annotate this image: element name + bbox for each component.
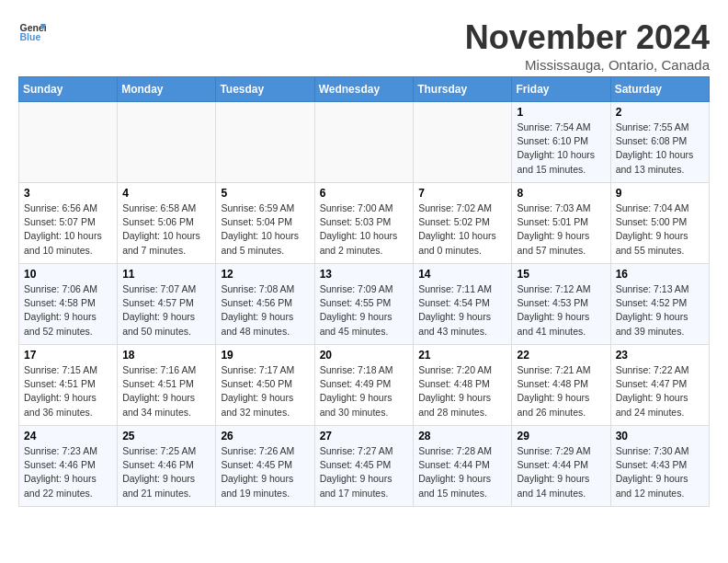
day-number: 2 — [616, 106, 704, 119]
day-number: 12 — [221, 268, 309, 281]
calendar-cell: 29Sunrise: 7:29 AM Sunset: 4:44 PM Dayli… — [512, 426, 610, 507]
day-info: Sunrise: 7:06 AM Sunset: 4:58 PM Dayligh… — [24, 282, 112, 339]
calendar-cell: 28Sunrise: 7:28 AM Sunset: 4:44 PM Dayli… — [414, 426, 512, 507]
day-info: Sunrise: 7:25 AM Sunset: 4:46 PM Dayligh… — [122, 444, 210, 500]
day-number: 1 — [517, 106, 605, 119]
day-info: Sunrise: 6:58 AM Sunset: 5:06 PM Dayligh… — [122, 201, 210, 258]
day-info: Sunrise: 7:17 AM Sunset: 4:50 PM Dayligh… — [221, 363, 309, 419]
day-of-week-header: Wednesday — [314, 77, 414, 102]
day-number: 16 — [616, 268, 704, 281]
day-info: Sunrise: 7:26 AM Sunset: 4:45 PM Dayligh… — [221, 444, 309, 500]
day-of-week-header: Sunday — [19, 77, 118, 102]
day-info: Sunrise: 7:00 AM Sunset: 5:03 PM Dayligh… — [320, 201, 409, 258]
calendar-cell: 9Sunrise: 7:04 AM Sunset: 5:00 PM Daylig… — [610, 183, 709, 264]
svg-text:Blue: Blue — [20, 31, 41, 42]
day-info: Sunrise: 7:55 AM Sunset: 6:08 PM Dayligh… — [616, 121, 704, 177]
day-number: 17 — [24, 349, 112, 362]
page-header: General Blue November 2024 Mississauga, … — [18, 18, 710, 73]
day-info: Sunrise: 7:12 AM Sunset: 4:53 PM Dayligh… — [517, 282, 605, 339]
day-number: 22 — [517, 349, 605, 362]
calendar-cell: 2Sunrise: 7:55 AM Sunset: 6:08 PM Daylig… — [610, 102, 709, 183]
day-number: 30 — [616, 430, 704, 442]
day-of-week-header: Friday — [512, 77, 610, 102]
day-info: Sunrise: 7:21 AM Sunset: 4:48 PM Dayligh… — [517, 363, 605, 419]
calendar-week-row: 1Sunrise: 7:54 AM Sunset: 6:10 PM Daylig… — [19, 102, 710, 183]
day-info: Sunrise: 7:07 AM Sunset: 4:57 PM Dayligh… — [122, 282, 210, 339]
calendar-cell: 27Sunrise: 7:27 AM Sunset: 4:45 PM Dayli… — [314, 426, 414, 507]
calendar-cell — [19, 102, 118, 183]
day-info: Sunrise: 7:15 AM Sunset: 4:51 PM Dayligh… — [24, 363, 112, 419]
day-number: 5 — [221, 187, 309, 200]
day-info: Sunrise: 7:13 AM Sunset: 4:52 PM Dayligh… — [616, 282, 704, 339]
day-number: 6 — [320, 187, 409, 200]
calendar-cell — [118, 102, 216, 183]
calendar-cell — [314, 102, 414, 183]
calendar-cell — [414, 102, 512, 183]
day-number: 28 — [418, 430, 506, 442]
calendar-cell: 21Sunrise: 7:20 AM Sunset: 4:48 PM Dayli… — [414, 345, 512, 426]
calendar-cell: 30Sunrise: 7:30 AM Sunset: 4:43 PM Dayli… — [610, 426, 709, 507]
day-info: Sunrise: 7:54 AM Sunset: 6:10 PM Dayligh… — [517, 121, 605, 177]
calendar-week-row: 10Sunrise: 7:06 AM Sunset: 4:58 PM Dayli… — [19, 264, 710, 345]
day-number: 13 — [320, 268, 409, 281]
day-number: 3 — [24, 187, 112, 200]
calendar-cell: 25Sunrise: 7:25 AM Sunset: 4:46 PM Dayli… — [118, 426, 216, 507]
day-number: 20 — [320, 349, 409, 362]
calendar-cell: 13Sunrise: 7:09 AM Sunset: 4:55 PM Dayli… — [314, 264, 414, 345]
logo-icon: General Blue — [18, 18, 46, 46]
day-info: Sunrise: 7:27 AM Sunset: 4:45 PM Dayligh… — [320, 444, 409, 500]
day-info: Sunrise: 7:29 AM Sunset: 4:44 PM Dayligh… — [517, 444, 605, 500]
day-number: 15 — [517, 268, 605, 281]
calendar-cell: 3Sunrise: 6:56 AM Sunset: 5:07 PM Daylig… — [19, 183, 118, 264]
month-title: November 2024 — [465, 18, 710, 57]
day-of-week-header: Saturday — [610, 77, 709, 102]
calendar-cell: 26Sunrise: 7:26 AM Sunset: 4:45 PM Dayli… — [216, 426, 314, 507]
day-number: 27 — [320, 430, 409, 442]
calendar-cell: 17Sunrise: 7:15 AM Sunset: 4:51 PM Dayli… — [19, 345, 118, 426]
day-info: Sunrise: 7:20 AM Sunset: 4:48 PM Dayligh… — [418, 363, 506, 419]
day-number: 11 — [122, 268, 210, 281]
calendar-body: 1Sunrise: 7:54 AM Sunset: 6:10 PM Daylig… — [19, 102, 710, 507]
calendar-cell: 6Sunrise: 7:00 AM Sunset: 5:03 PM Daylig… — [314, 183, 414, 264]
day-info: Sunrise: 7:28 AM Sunset: 4:44 PM Dayligh… — [418, 444, 506, 500]
day-info: Sunrise: 7:16 AM Sunset: 4:51 PM Dayligh… — [122, 363, 210, 419]
day-number: 7 — [418, 187, 506, 200]
calendar-cell: 14Sunrise: 7:11 AM Sunset: 4:54 PM Dayli… — [414, 264, 512, 345]
calendar-cell: 11Sunrise: 7:07 AM Sunset: 4:57 PM Dayli… — [118, 264, 216, 345]
calendar-cell: 19Sunrise: 7:17 AM Sunset: 4:50 PM Dayli… — [216, 345, 314, 426]
calendar-cell: 10Sunrise: 7:06 AM Sunset: 4:58 PM Dayli… — [19, 264, 118, 345]
day-info: Sunrise: 7:23 AM Sunset: 4:46 PM Dayligh… — [24, 444, 112, 500]
calendar-table: SundayMondayTuesdayWednesdayThursdayFrid… — [18, 76, 710, 507]
day-of-week-header: Monday — [118, 77, 216, 102]
calendar-header-row: SundayMondayTuesdayWednesdayThursdayFrid… — [19, 77, 710, 102]
day-info: Sunrise: 7:02 AM Sunset: 5:02 PM Dayligh… — [418, 201, 506, 258]
title-block: November 2024 Mississauga, Ontario, Cana… — [465, 18, 710, 73]
day-number: 8 — [517, 187, 605, 200]
day-number: 9 — [616, 187, 704, 200]
day-info: Sunrise: 7:11 AM Sunset: 4:54 PM Dayligh… — [418, 282, 506, 339]
calendar-cell: 24Sunrise: 7:23 AM Sunset: 4:46 PM Dayli… — [19, 426, 118, 507]
day-info: Sunrise: 7:30 AM Sunset: 4:43 PM Dayligh… — [616, 444, 704, 500]
day-number: 21 — [418, 349, 506, 362]
day-info: Sunrise: 7:09 AM Sunset: 4:55 PM Dayligh… — [320, 282, 409, 339]
calendar-cell: 23Sunrise: 7:22 AM Sunset: 4:47 PM Dayli… — [610, 345, 709, 426]
logo: General Blue — [18, 18, 46, 46]
day-info: Sunrise: 7:18 AM Sunset: 4:49 PM Dayligh… — [320, 363, 409, 419]
day-info: Sunrise: 7:08 AM Sunset: 4:56 PM Dayligh… — [221, 282, 309, 339]
day-number: 29 — [517, 430, 605, 442]
day-number: 24 — [24, 430, 112, 442]
day-of-week-header: Thursday — [414, 77, 512, 102]
day-info: Sunrise: 7:22 AM Sunset: 4:47 PM Dayligh… — [616, 363, 704, 419]
calendar-cell: 4Sunrise: 6:58 AM Sunset: 5:06 PM Daylig… — [118, 183, 216, 264]
calendar-cell: 12Sunrise: 7:08 AM Sunset: 4:56 PM Dayli… — [216, 264, 314, 345]
calendar-cell: 20Sunrise: 7:18 AM Sunset: 4:49 PM Dayli… — [314, 345, 414, 426]
day-number: 23 — [616, 349, 704, 362]
calendar-cell: 7Sunrise: 7:02 AM Sunset: 5:02 PM Daylig… — [414, 183, 512, 264]
day-number: 26 — [221, 430, 309, 442]
day-number: 14 — [418, 268, 506, 281]
day-info: Sunrise: 6:56 AM Sunset: 5:07 PM Dayligh… — [24, 201, 112, 258]
day-number: 10 — [24, 268, 112, 281]
calendar-cell: 5Sunrise: 6:59 AM Sunset: 5:04 PM Daylig… — [216, 183, 314, 264]
calendar-cell: 18Sunrise: 7:16 AM Sunset: 4:51 PM Dayli… — [118, 345, 216, 426]
day-number: 25 — [122, 430, 210, 442]
